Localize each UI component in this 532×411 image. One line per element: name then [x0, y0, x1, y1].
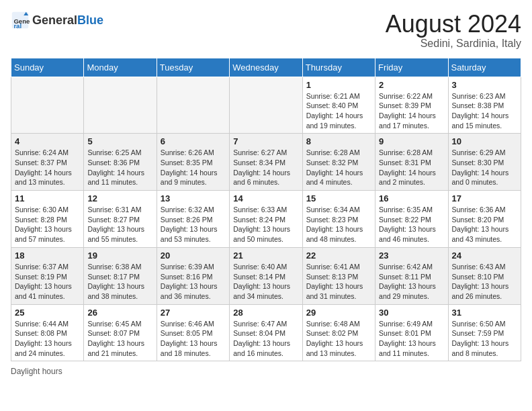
calendar-cell: 3Sunrise: 6:23 AMSunset: 8:38 PMDaylight…: [448, 77, 521, 134]
day-number: 26: [87, 308, 152, 318]
day-info: Sunrise: 6:44 AMSunset: 8:08 PMDaylight:…: [15, 319, 80, 359]
calendar-cell: 28Sunrise: 6:47 AMSunset: 8:04 PMDayligh…: [230, 304, 302, 361]
calendar-cell: 17Sunrise: 6:36 AMSunset: 8:20 PMDayligh…: [448, 191, 521, 248]
day-info: Sunrise: 6:27 AMSunset: 8:34 PMDaylight:…: [233, 148, 298, 187]
weekday-header-tuesday: Tuesday: [157, 58, 229, 77]
day-info: Sunrise: 6:25 AMSunset: 8:36 PMDaylight:…: [87, 148, 152, 187]
svg-text:ral: ral: [13, 22, 21, 30]
day-number: 15: [306, 193, 371, 203]
weekday-header-wednesday: Wednesday: [230, 58, 302, 77]
day-info: Sunrise: 6:29 AMSunset: 8:30 PMDaylight:…: [452, 148, 517, 187]
day-info: Sunrise: 6:23 AMSunset: 8:38 PMDaylight:…: [452, 91, 517, 131]
header: Gene ral GeneralBlue August 2024 Sedini,…: [11, 11, 521, 50]
day-number: 13: [161, 193, 226, 203]
day-info: Sunrise: 6:33 AMSunset: 8:24 PMDaylight:…: [233, 205, 298, 244]
day-number: 4: [15, 136, 80, 146]
calendar-cell: 29Sunrise: 6:48 AMSunset: 8:02 PMDayligh…: [302, 304, 375, 361]
day-number: 12: [87, 193, 152, 203]
day-info: Sunrise: 6:37 AMSunset: 8:19 PMDaylight:…: [15, 262, 80, 302]
day-info: Sunrise: 6:36 AMSunset: 8:20 PMDaylight:…: [452, 205, 517, 244]
day-number: 22: [306, 250, 371, 261]
day-number: 31: [452, 308, 517, 318]
calendar-cell: 30Sunrise: 6:49 AMSunset: 8:01 PMDayligh…: [375, 304, 448, 361]
calendar-table: SundayMondayTuesdayWednesdayThursdayFrid…: [11, 58, 521, 362]
day-info: Sunrise: 6:49 AMSunset: 8:01 PMDaylight:…: [379, 319, 444, 359]
calendar-cell: 4Sunrise: 6:24 AMSunset: 8:37 PMDaylight…: [11, 134, 84, 191]
calendar-cell: 11Sunrise: 6:30 AMSunset: 8:28 PMDayligh…: [11, 191, 84, 248]
day-info: Sunrise: 6:45 AMSunset: 8:07 PMDaylight:…: [87, 319, 152, 359]
calendar-cell: [84, 77, 157, 134]
day-info: Sunrise: 6:50 AMSunset: 7:59 PMDaylight:…: [452, 319, 517, 359]
calendar-cell: 27Sunrise: 6:46 AMSunset: 8:05 PMDayligh…: [157, 304, 229, 361]
day-number: 9: [379, 136, 444, 146]
calendar-cell: 8Sunrise: 6:28 AMSunset: 8:32 PMDaylight…: [302, 134, 375, 191]
calendar-cell: 23Sunrise: 6:42 AMSunset: 8:11 PMDayligh…: [375, 247, 448, 304]
logo-text-general: General: [32, 13, 77, 27]
calendar-cell: 22Sunrise: 6:41 AMSunset: 8:13 PMDayligh…: [302, 247, 375, 304]
day-number: 8: [306, 136, 371, 146]
footer-note: Daylight hours: [11, 367, 521, 376]
day-info: Sunrise: 6:38 AMSunset: 8:17 PMDaylight:…: [87, 262, 152, 302]
day-number: 3: [452, 80, 517, 90]
calendar-cell: 12Sunrise: 6:31 AMSunset: 8:27 PMDayligh…: [84, 191, 157, 248]
day-number: 2: [379, 80, 444, 90]
day-info: Sunrise: 6:35 AMSunset: 8:22 PMDaylight:…: [379, 205, 444, 244]
day-info: Sunrise: 6:47 AMSunset: 8:04 PMDaylight:…: [233, 319, 298, 359]
calendar-subtitle: Sedini, Sardinia, Italy: [386, 38, 521, 50]
calendar-cell: 31Sunrise: 6:50 AMSunset: 7:59 PMDayligh…: [448, 304, 521, 361]
title-area: August 2024 Sedini, Sardinia, Italy: [386, 11, 521, 50]
weekday-header-friday: Friday: [375, 58, 448, 77]
weekday-header-row: SundayMondayTuesdayWednesdayThursdayFrid…: [11, 58, 521, 77]
logo: Gene ral GeneralBlue: [11, 11, 103, 30]
weekday-header-sunday: Sunday: [11, 58, 84, 77]
week-row-2: 4Sunrise: 6:24 AMSunset: 8:37 PMDaylight…: [11, 134, 521, 191]
day-info: Sunrise: 6:28 AMSunset: 8:32 PMDaylight:…: [306, 148, 371, 187]
day-info: Sunrise: 6:21 AMSunset: 8:40 PMDaylight:…: [306, 91, 371, 131]
day-info: Sunrise: 6:31 AMSunset: 8:27 PMDaylight:…: [87, 205, 152, 244]
day-number: 21: [233, 250, 298, 261]
day-number: 24: [452, 250, 517, 261]
day-info: Sunrise: 6:43 AMSunset: 8:10 PMDaylight:…: [452, 262, 517, 302]
day-info: Sunrise: 6:22 AMSunset: 8:39 PMDaylight:…: [379, 91, 444, 131]
week-row-4: 18Sunrise: 6:37 AMSunset: 8:19 PMDayligh…: [11, 247, 521, 304]
day-number: 18: [15, 250, 80, 261]
calendar-cell: 26Sunrise: 6:45 AMSunset: 8:07 PMDayligh…: [84, 304, 157, 361]
day-info: Sunrise: 6:40 AMSunset: 8:14 PMDaylight:…: [233, 262, 298, 302]
day-number: 10: [452, 136, 517, 146]
day-info: Sunrise: 6:26 AMSunset: 8:35 PMDaylight:…: [161, 148, 226, 187]
day-number: 6: [161, 136, 226, 146]
week-row-1: 1Sunrise: 6:21 AMSunset: 8:40 PMDaylight…: [11, 77, 521, 134]
calendar-cell: 18Sunrise: 6:37 AMSunset: 8:19 PMDayligh…: [11, 247, 84, 304]
weekday-header-monday: Monday: [84, 58, 157, 77]
calendar-cell: 15Sunrise: 6:34 AMSunset: 8:23 PMDayligh…: [302, 191, 375, 248]
day-info: Sunrise: 6:24 AMSunset: 8:37 PMDaylight:…: [15, 148, 80, 187]
day-number: 5: [87, 136, 152, 146]
day-info: Sunrise: 6:39 AMSunset: 8:16 PMDaylight:…: [161, 262, 226, 302]
calendar-cell: 1Sunrise: 6:21 AMSunset: 8:40 PMDaylight…: [302, 77, 375, 134]
day-info: Sunrise: 6:28 AMSunset: 8:31 PMDaylight:…: [379, 148, 444, 187]
calendar-cell: 19Sunrise: 6:38 AMSunset: 8:17 PMDayligh…: [84, 247, 157, 304]
calendar-cell: 7Sunrise: 6:27 AMSunset: 8:34 PMDaylight…: [230, 134, 302, 191]
calendar-cell: 16Sunrise: 6:35 AMSunset: 8:22 PMDayligh…: [375, 191, 448, 248]
calendar-cell: 24Sunrise: 6:43 AMSunset: 8:10 PMDayligh…: [448, 247, 521, 304]
day-number: 28: [233, 308, 298, 318]
day-number: 29: [306, 308, 371, 318]
calendar-cell: 6Sunrise: 6:26 AMSunset: 8:35 PMDaylight…: [157, 134, 229, 191]
day-info: Sunrise: 6:48 AMSunset: 8:02 PMDaylight:…: [306, 319, 371, 359]
logo-icon: Gene ral: [11, 11, 30, 30]
calendar-cell: 25Sunrise: 6:44 AMSunset: 8:08 PMDayligh…: [11, 304, 84, 361]
calendar-title: August 2024: [386, 11, 521, 38]
calendar-cell: [11, 77, 84, 134]
calendar-cell: 2Sunrise: 6:22 AMSunset: 8:39 PMDaylight…: [375, 77, 448, 134]
day-info: Sunrise: 6:30 AMSunset: 8:28 PMDaylight:…: [15, 205, 80, 244]
calendar-cell: 21Sunrise: 6:40 AMSunset: 8:14 PMDayligh…: [230, 247, 302, 304]
day-number: 19: [87, 250, 152, 261]
day-number: 11: [15, 193, 80, 203]
day-number: 1: [306, 80, 371, 90]
day-number: 20: [161, 250, 226, 261]
day-info: Sunrise: 6:41 AMSunset: 8:13 PMDaylight:…: [306, 262, 371, 302]
calendar-cell: 20Sunrise: 6:39 AMSunset: 8:16 PMDayligh…: [157, 247, 229, 304]
calendar-cell: [157, 77, 229, 134]
day-number: 27: [161, 308, 226, 318]
week-row-3: 11Sunrise: 6:30 AMSunset: 8:28 PMDayligh…: [11, 191, 521, 248]
